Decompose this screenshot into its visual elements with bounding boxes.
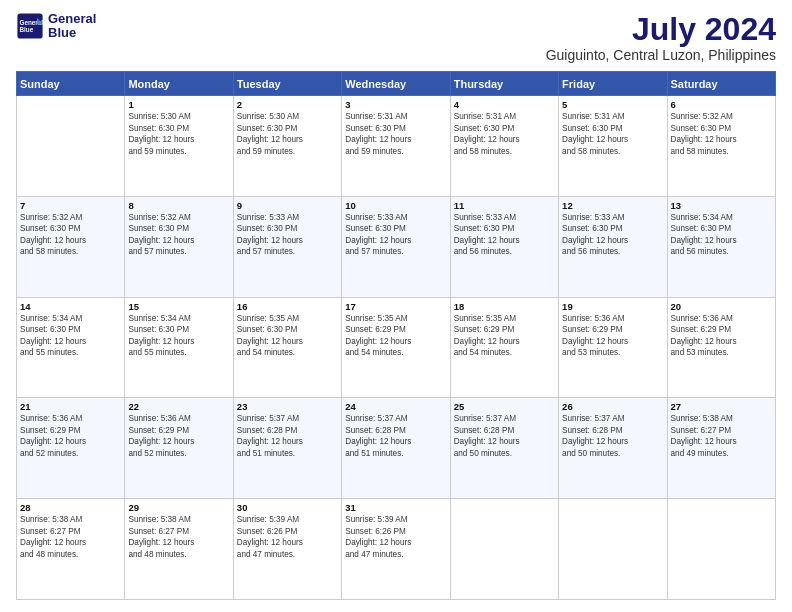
day-number: 8 [128, 200, 229, 211]
calendar-cell: 9Sunrise: 5:33 AMSunset: 6:30 PMDaylight… [233, 196, 341, 297]
calendar-cell: 8Sunrise: 5:32 AMSunset: 6:30 PMDaylight… [125, 196, 233, 297]
calendar-cell [667, 499, 775, 600]
day-number: 18 [454, 301, 555, 312]
column-header-monday: Monday [125, 72, 233, 96]
calendar-cell: 14Sunrise: 5:34 AMSunset: 6:30 PMDayligh… [17, 297, 125, 398]
day-number: 13 [671, 200, 772, 211]
column-header-thursday: Thursday [450, 72, 558, 96]
day-info: Sunrise: 5:31 AMSunset: 6:30 PMDaylight:… [454, 111, 555, 157]
day-info: Sunrise: 5:38 AMSunset: 6:27 PMDaylight:… [671, 413, 772, 459]
day-number: 19 [562, 301, 663, 312]
day-info: Sunrise: 5:32 AMSunset: 6:30 PMDaylight:… [671, 111, 772, 157]
day-number: 22 [128, 401, 229, 412]
column-header-tuesday: Tuesday [233, 72, 341, 96]
day-number: 1 [128, 99, 229, 110]
logo-text: General Blue [48, 12, 96, 41]
logo-line2: Blue [48, 26, 96, 40]
calendar-cell: 16Sunrise: 5:35 AMSunset: 6:30 PMDayligh… [233, 297, 341, 398]
day-info: Sunrise: 5:33 AMSunset: 6:30 PMDaylight:… [562, 212, 663, 258]
calendar-cell: 13Sunrise: 5:34 AMSunset: 6:30 PMDayligh… [667, 196, 775, 297]
day-number: 16 [237, 301, 338, 312]
day-info: Sunrise: 5:35 AMSunset: 6:29 PMDaylight:… [454, 313, 555, 359]
header: General Blue General Blue July 2024 Guig… [16, 12, 776, 63]
day-info: Sunrise: 5:39 AMSunset: 6:26 PMDaylight:… [237, 514, 338, 560]
day-number: 30 [237, 502, 338, 513]
logo-line1: General [48, 12, 96, 26]
day-info: Sunrise: 5:36 AMSunset: 6:29 PMDaylight:… [671, 313, 772, 359]
calendar-table: SundayMondayTuesdayWednesdayThursdayFrid… [16, 71, 776, 600]
day-number: 26 [562, 401, 663, 412]
calendar-cell: 18Sunrise: 5:35 AMSunset: 6:29 PMDayligh… [450, 297, 558, 398]
calendar-week-3: 14Sunrise: 5:34 AMSunset: 6:30 PMDayligh… [17, 297, 776, 398]
day-number: 29 [128, 502, 229, 513]
day-info: Sunrise: 5:35 AMSunset: 6:29 PMDaylight:… [345, 313, 446, 359]
calendar-cell: 11Sunrise: 5:33 AMSunset: 6:30 PMDayligh… [450, 196, 558, 297]
title-block: July 2024 Guiguinto, Central Luzon, Phil… [546, 12, 776, 63]
day-info: Sunrise: 5:31 AMSunset: 6:30 PMDaylight:… [562, 111, 663, 157]
day-number: 4 [454, 99, 555, 110]
calendar-cell: 27Sunrise: 5:38 AMSunset: 6:27 PMDayligh… [667, 398, 775, 499]
calendar-cell: 10Sunrise: 5:33 AMSunset: 6:30 PMDayligh… [342, 196, 450, 297]
calendar-cell [450, 499, 558, 600]
calendar-cell: 3Sunrise: 5:31 AMSunset: 6:30 PMDaylight… [342, 96, 450, 197]
day-number: 28 [20, 502, 121, 513]
day-info: Sunrise: 5:32 AMSunset: 6:30 PMDaylight:… [20, 212, 121, 258]
day-number: 10 [345, 200, 446, 211]
day-number: 24 [345, 401, 446, 412]
calendar-cell: 31Sunrise: 5:39 AMSunset: 6:26 PMDayligh… [342, 499, 450, 600]
day-info: Sunrise: 5:30 AMSunset: 6:30 PMDaylight:… [128, 111, 229, 157]
day-info: Sunrise: 5:38 AMSunset: 6:27 PMDaylight:… [20, 514, 121, 560]
calendar-week-2: 7Sunrise: 5:32 AMSunset: 6:30 PMDaylight… [17, 196, 776, 297]
day-info: Sunrise: 5:35 AMSunset: 6:30 PMDaylight:… [237, 313, 338, 359]
subtitle: Guiguinto, Central Luzon, Philippines [546, 47, 776, 63]
calendar-cell: 17Sunrise: 5:35 AMSunset: 6:29 PMDayligh… [342, 297, 450, 398]
day-info: Sunrise: 5:39 AMSunset: 6:26 PMDaylight:… [345, 514, 446, 560]
calendar-cell: 2Sunrise: 5:30 AMSunset: 6:30 PMDaylight… [233, 96, 341, 197]
calendar-week-1: 1Sunrise: 5:30 AMSunset: 6:30 PMDaylight… [17, 96, 776, 197]
day-info: Sunrise: 5:34 AMSunset: 6:30 PMDaylight:… [20, 313, 121, 359]
day-number: 6 [671, 99, 772, 110]
calendar-cell: 21Sunrise: 5:36 AMSunset: 6:29 PMDayligh… [17, 398, 125, 499]
calendar-cell [17, 96, 125, 197]
calendar-cell: 19Sunrise: 5:36 AMSunset: 6:29 PMDayligh… [559, 297, 667, 398]
calendar-cell: 24Sunrise: 5:37 AMSunset: 6:28 PMDayligh… [342, 398, 450, 499]
day-number: 20 [671, 301, 772, 312]
calendar-cell: 26Sunrise: 5:37 AMSunset: 6:28 PMDayligh… [559, 398, 667, 499]
day-number: 2 [237, 99, 338, 110]
calendar-cell: 15Sunrise: 5:34 AMSunset: 6:30 PMDayligh… [125, 297, 233, 398]
day-info: Sunrise: 5:37 AMSunset: 6:28 PMDaylight:… [562, 413, 663, 459]
day-number: 9 [237, 200, 338, 211]
day-number: 12 [562, 200, 663, 211]
day-number: 27 [671, 401, 772, 412]
day-number: 31 [345, 502, 446, 513]
calendar-cell: 1Sunrise: 5:30 AMSunset: 6:30 PMDaylight… [125, 96, 233, 197]
day-info: Sunrise: 5:36 AMSunset: 6:29 PMDaylight:… [128, 413, 229, 459]
day-number: 3 [345, 99, 446, 110]
calendar-cell: 25Sunrise: 5:37 AMSunset: 6:28 PMDayligh… [450, 398, 558, 499]
day-info: Sunrise: 5:32 AMSunset: 6:30 PMDaylight:… [128, 212, 229, 258]
day-number: 7 [20, 200, 121, 211]
calendar-cell: 28Sunrise: 5:38 AMSunset: 6:27 PMDayligh… [17, 499, 125, 600]
column-header-friday: Friday [559, 72, 667, 96]
day-info: Sunrise: 5:34 AMSunset: 6:30 PMDaylight:… [671, 212, 772, 258]
column-header-sunday: Sunday [17, 72, 125, 96]
day-info: Sunrise: 5:30 AMSunset: 6:30 PMDaylight:… [237, 111, 338, 157]
logo: General Blue General Blue [16, 12, 96, 41]
day-number: 11 [454, 200, 555, 211]
column-header-saturday: Saturday [667, 72, 775, 96]
svg-text:Blue: Blue [20, 26, 34, 33]
day-number: 23 [237, 401, 338, 412]
calendar-cell: 4Sunrise: 5:31 AMSunset: 6:30 PMDaylight… [450, 96, 558, 197]
calendar-cell [559, 499, 667, 600]
main-title: July 2024 [546, 12, 776, 47]
day-number: 14 [20, 301, 121, 312]
calendar-header-row: SundayMondayTuesdayWednesdayThursdayFrid… [17, 72, 776, 96]
page: General Blue General Blue July 2024 Guig… [0, 0, 792, 612]
day-info: Sunrise: 5:33 AMSunset: 6:30 PMDaylight:… [454, 212, 555, 258]
day-number: 21 [20, 401, 121, 412]
calendar-cell: 12Sunrise: 5:33 AMSunset: 6:30 PMDayligh… [559, 196, 667, 297]
day-info: Sunrise: 5:33 AMSunset: 6:30 PMDaylight:… [237, 212, 338, 258]
day-number: 5 [562, 99, 663, 110]
day-info: Sunrise: 5:36 AMSunset: 6:29 PMDaylight:… [20, 413, 121, 459]
day-info: Sunrise: 5:34 AMSunset: 6:30 PMDaylight:… [128, 313, 229, 359]
